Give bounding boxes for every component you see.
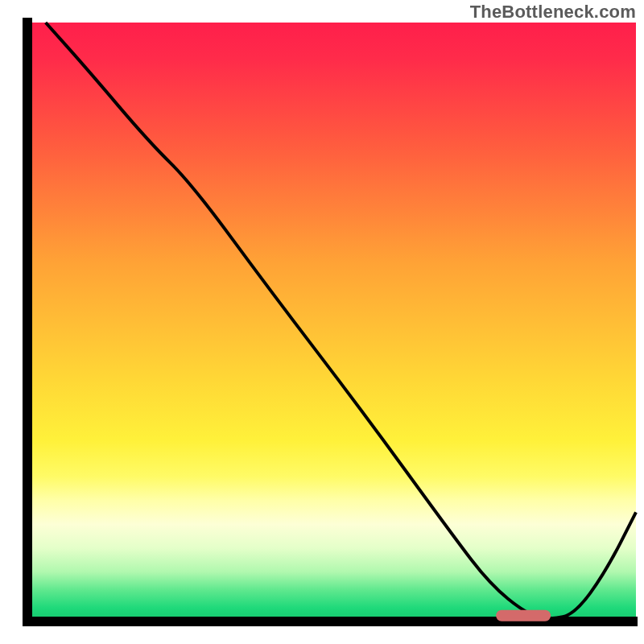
plot-background [27,23,636,620]
watermark-text: TheBottleneck.com [470,2,636,23]
y-axis [23,18,32,626]
chart-svg [0,0,644,644]
bottom-marker [496,610,551,621]
chart-container: TheBottleneck.com [0,0,644,644]
